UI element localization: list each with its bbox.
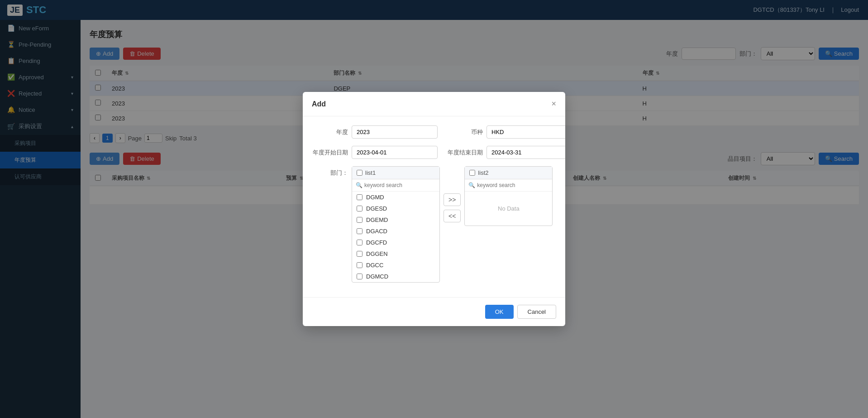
item-label: DGCC <box>366 262 383 269</box>
item-checkbox[interactable] <box>357 240 362 245</box>
form-field-start-date: 年度开始日期 <box>312 146 438 159</box>
form-field-year: 年度 <box>312 125 438 139</box>
list2-search: 🔍 <box>465 179 552 192</box>
end-date-label: 年度结束日期 <box>447 149 483 157</box>
list2-search-icon: 🔍 <box>468 182 475 188</box>
list-item[interactable]: DGGEN <box>352 248 439 259</box>
list-item[interactable]: DGACD <box>352 226 439 237</box>
item-label: DGEMD <box>366 216 388 223</box>
year-field-input[interactable] <box>352 125 438 139</box>
currency-field-label: 币种 <box>447 128 483 136</box>
item-checkbox[interactable] <box>357 217 362 223</box>
item-label: DGMCD <box>366 273 388 280</box>
currency-field-input[interactable] <box>486 125 565 139</box>
form-row-year-currency: 年度 币种 <box>312 125 556 139</box>
item-checkbox[interactable] <box>357 262 362 268</box>
dept-transfer-row: 部门： list1 🔍 <box>312 166 556 283</box>
dept-list2: list2 🔍 No Data <box>464 166 553 226</box>
item-label: DGMD <box>366 194 384 201</box>
list1-header: list1 <box>352 167 439 179</box>
list-item[interactable]: DGCC <box>352 259 439 271</box>
item-checkbox[interactable] <box>357 251 362 257</box>
list1-search: 🔍 <box>352 179 439 192</box>
list-item[interactable]: DGEMD <box>352 214 439 226</box>
item-checkbox[interactable] <box>357 206 362 211</box>
dept-field-label: 部门： <box>312 166 348 177</box>
transfer-forward-button[interactable]: >> <box>444 193 461 206</box>
modal-overlay: Add × 年度 币种 年度开始日期 <box>0 0 868 418</box>
end-date-input[interactable] <box>486 146 565 159</box>
transfer-buttons: >> << <box>444 166 461 222</box>
list1-items: DGMD DGESD DGEMD <box>352 192 439 282</box>
modal-body: 年度 币种 年度开始日期 年度结束日期 <box>303 116 565 297</box>
dept-lists-container: list1 🔍 DGMD <box>352 166 556 283</box>
modal-title: Add <box>312 100 326 108</box>
dept-list1: list1 🔍 DGMD <box>352 166 440 283</box>
modal-add: Add × 年度 币种 年度开始日期 <box>303 92 565 326</box>
start-date-input[interactable] <box>352 146 438 159</box>
list2-title: list2 <box>478 169 488 176</box>
item-checkbox[interactable] <box>357 194 362 200</box>
item-label: DGESD <box>366 205 387 212</box>
list1-search-input[interactable] <box>364 182 436 188</box>
list2-select-all[interactable] <box>469 170 475 176</box>
list1-title: list1 <box>365 169 376 176</box>
list2-no-data: No Data <box>465 192 552 226</box>
form-field-currency: 币种 <box>447 125 565 139</box>
form-field-end-date: 年度结束日期 <box>447 146 565 159</box>
item-checkbox[interactable] <box>357 228 362 234</box>
list1-select-all[interactable] <box>357 170 362 176</box>
list-item[interactable]: DGESD <box>352 203 439 214</box>
list2-header: list2 <box>465 167 552 179</box>
modal-footer: OK Cancel <box>303 297 565 326</box>
list1-search-icon: 🔍 <box>356 182 362 188</box>
item-label: DGACD <box>366 228 387 235</box>
ok-button[interactable]: OK <box>485 305 514 319</box>
transfer-back-button[interactable]: << <box>444 210 461 222</box>
item-label: DGGEN <box>366 250 388 257</box>
item-label: DGCFD <box>366 239 387 246</box>
list2-search-input[interactable] <box>477 182 548 188</box>
cancel-button[interactable]: Cancel <box>517 305 556 319</box>
list-item[interactable]: DGMCD <box>352 271 439 282</box>
modal-close-button[interactable]: × <box>551 99 556 109</box>
year-field-label: 年度 <box>312 128 348 136</box>
item-checkbox[interactable] <box>357 274 362 279</box>
list-item[interactable]: DGMD <box>352 192 439 203</box>
form-row-dates: 年度开始日期 年度结束日期 <box>312 146 556 159</box>
list-item[interactable]: DGCFD <box>352 237 439 248</box>
start-date-label: 年度开始日期 <box>312 149 348 157</box>
modal-header: Add × <box>303 92 565 116</box>
